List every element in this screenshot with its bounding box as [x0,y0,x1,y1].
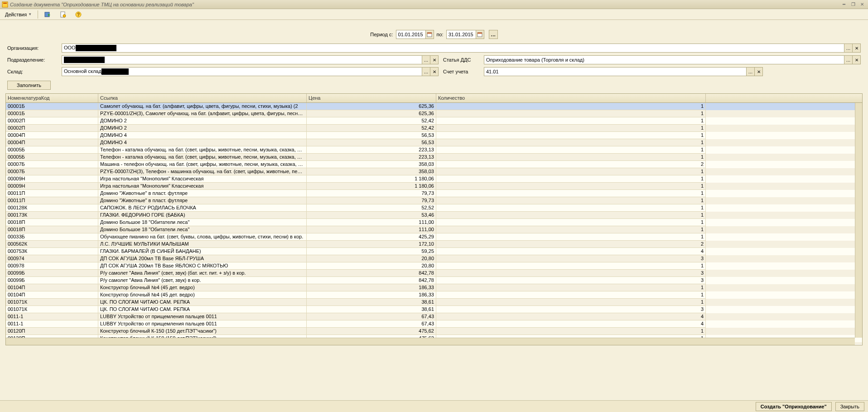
svg-rect-1 [3,3,7,4]
table-cell: 358,03 [307,161,436,168]
table-row[interactable]: 00001БPZYE-00001/ZH(3), Самолет обучающ.… [6,110,862,117]
table-row[interactable]: 00011ПДомино "Животные" в пласт. футляре… [6,190,862,197]
period-to-input[interactable] [446,30,476,39]
division-field[interactable] [62,55,422,64]
table-cell: Игра настольная "Монополия" Классическая [98,175,307,183]
warehouse-field[interactable]: Основной склад [62,67,422,76]
table-row[interactable]: 000173КГЛАЗКИ. ФЕДОРИНО ГОРЕ (БАБКА)53,4… [6,212,862,219]
table-row[interactable]: 00007БPZYE-00007/ZH(3), Телефон - машинк… [6,168,862,175]
svg-rect-11 [477,33,482,34]
table-row[interactable]: 000128КСАПОЖОК. В ЛЕСУ РОДИЛАСЬ ЕЛОЧКА52… [6,204,862,212]
table-cell: 111,00 [307,219,436,226]
close-button[interactable]: ✕ [858,1,866,8]
table-cell: 52,42 [307,117,436,125]
dds-select-button[interactable]: … [844,55,853,64]
account-select-button[interactable]: … [747,67,755,76]
horizontal-scrollbar[interactable] [6,338,855,345]
table-cell: 000978 [6,262,98,270]
table-row[interactable]: 000753КГЛАЗКИ. БАРМАЛЕЙ (В СИНЕЙ БАНДАНЕ… [6,248,862,255]
division-select-button[interactable]: … [422,55,430,64]
warehouse-value: Основной склад [64,68,101,74]
table-cell: 00002П [6,117,98,125]
table-row[interactable]: 00104ПКонструктор блочный №4 (45 дет. ве… [6,291,862,299]
table-row[interactable]: 001071КЦК. ПО СЛОГАМ ЧИТАЮ САМ. РЕПКА38,… [6,299,862,306]
table-cell: 1 [436,284,706,291]
table-row[interactable]: 00002ПДОМИНО 252,421 [6,117,862,125]
period-from-input[interactable] [396,30,426,39]
help-button[interactable]: ? [72,10,85,19]
table-cell: 1 180,06 [307,175,436,183]
column-header-code[interactable]: НоменклатураКод [6,94,98,102]
table-row[interactable]: 00005БТелефон - каталка обучающ. на бат.… [6,154,862,161]
table-row[interactable]: 00002ПДОМИНО 252,421 [6,125,862,132]
table-row[interactable]: 00009НИгра настольная "Монополия" Класси… [6,183,862,190]
table-row[interactable]: 00001БСамолет обучающ. на бат. (алфавит,… [6,103,862,110]
table-cell: 53,46 [307,212,436,219]
window-controls: ━ ❐ ✕ [840,1,866,8]
table-row[interactable]: 0011-1LUBBY Устройство от прищемления па… [6,320,862,328]
table-row[interactable]: 00007БМашина - телефон обучающ. на бат. … [6,161,862,168]
run-icon [44,11,51,18]
organization-select-button[interactable]: … [844,44,853,53]
account-field[interactable] [484,67,747,76]
table-row[interactable]: 000978ДП СОК АГУША 200мл ТВ Base ЯБЛОКО … [6,262,862,270]
minimize-button[interactable]: ━ [840,1,848,8]
table-row[interactable]: 00004ПДОМИНО 456,531 [6,139,862,146]
table-cell: 1 [436,197,706,204]
period-select-button[interactable]: … [489,30,498,39]
close-form-button[interactable]: Закрыть [835,402,864,411]
actions-menu-button[interactable]: Действия ▼ [2,10,35,19]
maximize-button[interactable]: ❐ [849,1,857,8]
warehouse-select-button[interactable]: … [422,67,430,76]
table-row[interactable]: 00018ПДомино Большое 18 "Обитатели леса"… [6,219,862,226]
table-row[interactable]: 00005БТелефон - каталка обучающ. на бат.… [6,146,862,154]
table-row[interactable]: 00009НИгра настольная "Монополия" Класси… [6,175,862,183]
table-row[interactable]: 00099БР/у самолет "Авиа Линия" (свет, зв… [6,277,862,284]
account-clear-button[interactable]: ✕ [755,67,763,76]
account-label: Счет учета [443,69,479,74]
dds-clear-button[interactable]: ✕ [853,55,861,64]
table-row[interactable]: 00018ПДомино Большое 18 "Обитатели леса"… [6,226,862,233]
organization-value: ООО [64,45,76,50]
table-cell: ДОМИНО 2 [98,117,307,125]
table-cell: 1 [436,328,706,335]
table-cell: САПОЖОК. В ЛЕСУ РОДИЛАСЬ ЕЛОЧКА [98,204,307,212]
period-from-label: Период с: [370,32,393,37]
table-row[interactable]: 00033БОбучающее пианино на бат. (свет, б… [6,233,862,241]
create-document-button[interactable]: Создать "Оприходование" [756,402,832,411]
fill-button[interactable]: Заполнить [7,81,51,90]
table-cell: 1 [436,262,706,270]
organization-field[interactable]: ООО [62,44,844,53]
toolbar-icon-button-2[interactable] [56,10,70,19]
calendar-icon[interactable] [476,30,484,39]
table-body[interactable]: 00001БСамолет обучающ. на бат. (алфавит,… [6,103,862,344]
column-header-link[interactable]: Ссылка [98,94,307,102]
table-row[interactable]: 0011-1LUBBY Устройство от прищемления па… [6,313,862,320]
table-cell: 20,80 [307,255,436,262]
table-cell: 223,13 [307,154,436,161]
warehouse-clear-button[interactable]: ✕ [430,67,439,76]
table-cell: 425,29 [307,233,436,241]
table-row[interactable]: 001071КЦК. ПО СЛОГАМ ЧИТАЮ САМ. РЕПКА38,… [6,306,862,313]
table-row[interactable]: 00104ПКонструктор блочный №4 (45 дет. ве… [6,284,862,291]
table-row[interactable]: 000974ДП СОК АГУША 200мл ТВ Base ЯБЛ-ГРУ… [6,255,862,262]
table-cell: 1 [436,154,706,161]
table-cell: 20,80 [307,262,436,270]
organization-clear-button[interactable]: ✕ [853,44,861,53]
table-row[interactable]: 000562КЛ.С. ЛУЧШИЕ МУЛЬТИКИ МАЛЫШАМ172,1… [6,241,862,248]
dds-field[interactable] [484,55,844,64]
toolbar-icon-button-1[interactable] [41,10,54,19]
content-area: Период с: по: … Организация: ООО … ✕ Под… [0,20,868,345]
table-row[interactable]: 00120ПКонструктор блочный К-150 (150 дет… [6,328,862,335]
division-clear-button[interactable]: ✕ [430,55,439,64]
table-row[interactable]: 00099БР/у самолет "Авиа Линия" (свет, зв… [6,270,862,277]
table-row[interactable]: 00004ПДОМИНО 456,531 [6,132,862,139]
column-header-qty[interactable]: Количество [436,94,706,102]
vertical-scrollbar[interactable] [855,103,862,338]
column-header-price[interactable]: Цена [307,94,436,102]
table-cell: LUBBY Устройство от прищемления пальцев … [98,320,307,328]
table-cell: Конструктор блочный К-150 (150 дет.ПЭТ"ч… [98,328,307,335]
calendar-icon[interactable] [426,30,434,39]
table-cell: 00009Н [6,175,98,183]
table-row[interactable]: 00011ПДомино "Животные" в пласт. футляре… [6,197,862,204]
